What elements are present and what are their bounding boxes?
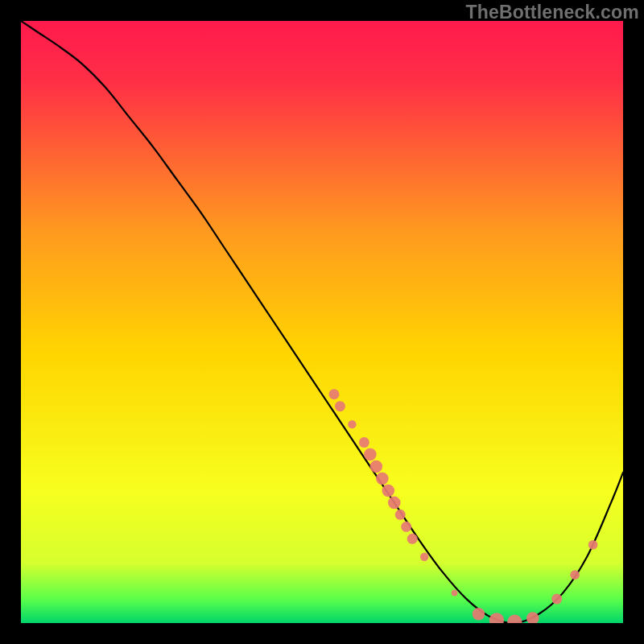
chart-frame: TheBottleneck.com — [0, 0, 644, 644]
svg-point-15 — [473, 608, 485, 621]
svg-point-17 — [507, 614, 522, 623]
svg-point-8 — [382, 485, 394, 497]
svg-point-20 — [570, 570, 580, 580]
svg-point-21 — [588, 540, 598, 550]
svg-point-2 — [335, 401, 345, 411]
svg-point-19 — [551, 594, 562, 605]
svg-point-11 — [401, 522, 411, 532]
svg-point-7 — [376, 473, 389, 485]
svg-point-10 — [395, 510, 406, 520]
plot-area — [21, 21, 623, 623]
svg-point-18 — [526, 612, 539, 623]
data-dots — [21, 21, 623, 623]
svg-point-16 — [489, 613, 504, 623]
watermark-text: TheBottleneck.com — [465, 2, 639, 23]
svg-point-13 — [420, 553, 428, 561]
svg-point-4 — [359, 437, 369, 448]
svg-point-6 — [370, 460, 383, 473]
svg-point-12 — [407, 534, 418, 544]
svg-point-5 — [364, 448, 377, 461]
svg-point-14 — [452, 590, 458, 597]
svg-point-9 — [388, 497, 401, 510]
svg-point-3 — [348, 420, 356, 428]
svg-point-1 — [328, 389, 339, 399]
